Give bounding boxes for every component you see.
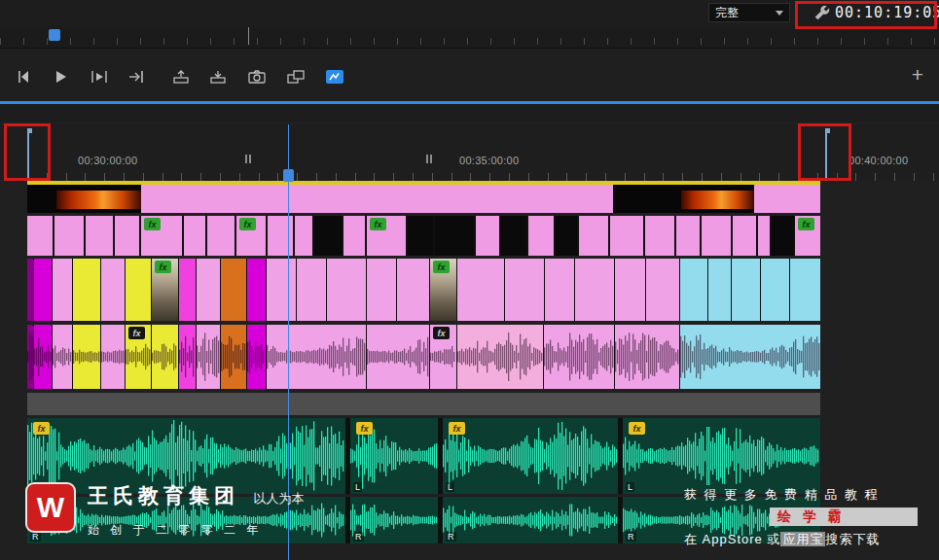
clip-v2-0[interactable] (27, 216, 53, 256)
clip-a1-12[interactable] (367, 325, 429, 389)
clip-a3-1[interactable]: R (350, 497, 438, 543)
clip-a3-2[interactable]: R (443, 497, 618, 543)
comparison-view-button[interactable] (280, 64, 311, 89)
clip-v2-26[interactable] (772, 216, 793, 256)
mini-timeline-scrubber[interactable] (0, 25, 939, 49)
clip-a2-1[interactable]: fxL (350, 418, 438, 494)
clip-a1-9[interactable] (221, 325, 246, 389)
clip-v2-6[interactable] (207, 216, 235, 256)
clip-a1-16[interactable] (615, 325, 679, 389)
clip-v1-6[interactable]: fx (152, 259, 178, 321)
wrench-settings-icon[interactable] (813, 4, 832, 21)
clip-v2-25[interactable] (758, 216, 770, 256)
clip-a1-3[interactable] (73, 325, 100, 389)
step-back-button[interactable] (8, 64, 39, 89)
clip-v2-14[interactable] (435, 216, 474, 256)
clip-a1-1[interactable] (34, 325, 52, 389)
clip-v1-8[interactable] (197, 259, 220, 321)
clip-a1-0[interactable] (27, 325, 33, 389)
clip-v1-7[interactable] (179, 259, 196, 321)
clip-v1-20[interactable] (575, 259, 614, 321)
clip-v2-1[interactable] (54, 216, 84, 256)
clip-v1-11[interactable] (267, 259, 296, 321)
clip-a1-11[interactable] (267, 325, 366, 389)
clip-v1-16[interactable]: fx (430, 259, 456, 321)
clip-a1-6[interactable] (152, 325, 178, 389)
clip-v2-15[interactable] (476, 216, 499, 256)
preset-dropdown[interactable]: 完整 (708, 3, 790, 22)
clip-v1-12[interactable] (297, 259, 326, 321)
clip-a1-4[interactable] (101, 325, 125, 389)
clip-a1-14[interactable] (457, 325, 543, 389)
clip-v1-19[interactable] (545, 259, 574, 321)
clip-a1-13[interactable]: fx (430, 325, 456, 389)
clip-v2-17[interactable] (528, 216, 554, 256)
clip-a1-5[interactable]: fx (126, 325, 151, 389)
clip-v1-13[interactable] (327, 259, 366, 321)
clip-v2-9[interactable] (295, 216, 312, 256)
mini-scrubber-handle[interactable] (49, 29, 60, 41)
clip-v2-24[interactable] (733, 216, 756, 256)
timeline-ruler[interactable]: 00:30:00:0000:35:00:0000:40:00:00 (0, 124, 939, 181)
play-button[interactable] (45, 64, 76, 89)
clip-v1-26[interactable] (761, 259, 789, 321)
clip-v2-7[interactable]: fx (236, 216, 266, 256)
clip-v1-27[interactable] (790, 259, 820, 321)
lift-button[interactable] (165, 64, 197, 89)
go-to-next-edit-button[interactable] (121, 64, 152, 89)
clip-v2-23[interactable] (702, 216, 731, 256)
clip-v2-22[interactable] (676, 216, 700, 256)
clip-v2-21[interactable] (645, 216, 674, 256)
clip-v1-22[interactable] (646, 259, 679, 321)
clip-a1-15[interactable] (544, 325, 614, 389)
clip-a2-2[interactable]: fxL (443, 418, 618, 494)
clip-a2-3[interactable]: fxL (623, 418, 820, 494)
clip-v2-12[interactable]: fx (367, 216, 406, 256)
clip-v1-15[interactable] (397, 259, 429, 321)
clip-a1-10[interactable] (247, 325, 266, 389)
clip-v2-5[interactable] (184, 216, 205, 256)
clip-a1-2[interactable] (53, 325, 72, 389)
clip-a1-7[interactable] (179, 325, 196, 389)
clip-v2-8[interactable] (268, 216, 293, 256)
clip-a1-17[interactable] (680, 325, 820, 389)
clip-v1-18[interactable] (505, 259, 544, 321)
clip-v1-2[interactable] (53, 259, 72, 321)
clip-v2-2[interactable] (86, 216, 113, 256)
clip-v1-24[interactable] (708, 259, 731, 321)
clip-v1-9[interactable] (221, 259, 246, 321)
clip-v1-3[interactable] (73, 259, 100, 321)
clip-v1-0[interactable] (27, 259, 33, 321)
extract-button[interactable] (202, 64, 234, 89)
watermark-right-line3: 在 AppStore 或应用宝搜索下载 (684, 531, 922, 548)
clip-v1-14[interactable] (367, 259, 396, 321)
clip-v2-18[interactable] (556, 216, 577, 256)
clip-v1-4[interactable] (101, 259, 125, 321)
clip-v2-20[interactable] (610, 216, 643, 256)
clip-v2-13[interactable] (408, 216, 433, 256)
clip-v3-3[interactable] (754, 185, 820, 213)
clip-v2-16[interactable] (501, 216, 526, 256)
clip-v2-11[interactable] (343, 216, 365, 256)
clip-v2-19[interactable] (579, 216, 608, 256)
clip-v3-1[interactable] (141, 185, 613, 213)
clip-v2-3[interactable] (115, 216, 139, 256)
clip-v2-4[interactable]: fx (141, 216, 182, 256)
clip-v2-10[interactable] (314, 216, 342, 256)
clip-v2-27[interactable]: fx (795, 216, 820, 256)
play-in-out-button[interactable] (84, 64, 115, 89)
clip-v1-10[interactable] (247, 259, 266, 321)
playhead-handle[interactable] (283, 169, 294, 182)
clip-v1-17[interactable] (457, 259, 504, 321)
clip-v1-23[interactable] (680, 259, 707, 321)
clip-v1-1[interactable] (34, 259, 52, 321)
clip-v1-21[interactable] (615, 259, 645, 321)
global-fx-mute-button[interactable] (319, 64, 350, 89)
in-point-marker[interactable] (27, 128, 29, 181)
add-button[interactable]: + (906, 62, 929, 88)
clip-v1-5[interactable] (126, 259, 151, 321)
export-frame-button[interactable] (241, 64, 272, 89)
clip-v1-25[interactable] (732, 259, 760, 321)
clip-a1-8[interactable] (197, 325, 220, 389)
out-point-marker[interactable] (825, 128, 827, 181)
